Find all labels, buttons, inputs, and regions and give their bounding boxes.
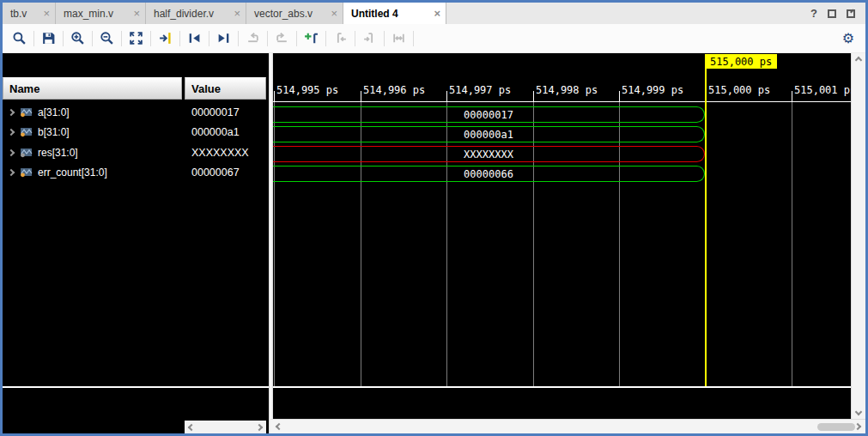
next-transition-icon[interactable]	[212, 27, 235, 50]
wave-bus-res: XXXXXXXX	[273, 146, 705, 162]
save-icon[interactable]	[37, 27, 60, 50]
close-icon[interactable]: ×	[230, 7, 240, 20]
tab-untitled-4[interactable]: Untitled 4 ×	[343, 3, 446, 24]
toolbar-separator	[384, 31, 385, 46]
previous-marker-icon[interactable]	[329, 27, 352, 50]
close-icon[interactable]: ×	[39, 7, 50, 20]
gridline	[533, 102, 534, 386]
value-column-header: Value	[185, 77, 266, 100]
axis-tick-label: 514,998 ps	[536, 84, 598, 96]
tab-label: half_divider.v	[154, 8, 214, 20]
name-column-header: Name	[3, 77, 182, 100]
wave-bus-err-count: 00000066	[273, 166, 705, 182]
time-axis-line	[273, 101, 851, 102]
tab-tb-v[interactable]: tb.v ×	[3, 3, 56, 24]
axis-tick	[533, 91, 534, 101]
axis-tick-label: 515,000 ps	[708, 84, 770, 96]
scroll-right-icon[interactable]	[854, 423, 861, 430]
zoom-in-icon[interactable]	[66, 27, 89, 50]
scrollbar-thumb[interactable]	[817, 423, 855, 431]
wave-bus-a: 00000017	[273, 106, 705, 123]
float-window-icon[interactable]	[847, 9, 855, 18]
axis-tick	[619, 91, 620, 101]
waveform-viewer-window: tb.v × max_min.v × half_divider.v × vect…	[0, 0, 868, 436]
gridline	[274, 102, 275, 386]
time-cursor[interactable]	[705, 68, 707, 386]
signal-row-res[interactable]: res[31:0]	[3, 143, 182, 162]
scroll-left-icon[interactable]	[276, 423, 282, 430]
signal-row-b[interactable]: b[31:0]	[3, 123, 182, 142]
wave-bus-b: 000000a1	[273, 126, 705, 142]
search-icon[interactable]	[8, 27, 31, 50]
add-marker-icon[interactable]	[300, 27, 323, 50]
previous-transition-icon[interactable]	[183, 27, 206, 50]
expand-chevron-icon[interactable]	[8, 149, 15, 156]
expand-chevron-icon[interactable]	[8, 169, 15, 176]
next-marker-icon[interactable]	[358, 27, 381, 50]
expand-chevron-icon[interactable]	[8, 129, 15, 136]
scroll-up-icon[interactable]	[855, 57, 862, 64]
bus-signal-icon	[20, 167, 33, 178]
signal-value: 00000017	[185, 103, 266, 122]
bus-signal-icon	[20, 127, 33, 137]
toolbar-separator	[33, 31, 34, 46]
toolbar-separator	[150, 31, 151, 46]
tab-label: vector_abs.v	[254, 8, 313, 20]
scroll-left-icon[interactable]	[188, 423, 195, 430]
zoom-out-icon[interactable]	[95, 27, 118, 50]
axis-tick	[361, 91, 361, 101]
toolbar-separator	[296, 31, 297, 46]
close-icon[interactable]: ×	[430, 7, 440, 20]
maximize-icon[interactable]	[828, 9, 836, 18]
bus-value-label: 00000066	[464, 168, 513, 180]
zoom-fit-icon[interactable]	[124, 27, 148, 50]
tab-label: Untitled 4	[351, 8, 398, 20]
toolbar-separator	[121, 31, 122, 46]
axis-tick-label: 514,996 ps	[363, 84, 425, 96]
gridline	[619, 102, 620, 386]
tab-label: max_min.v	[64, 8, 113, 20]
scroll-right-icon[interactable]	[256, 423, 263, 430]
bus-signal-icon	[20, 148, 33, 158]
tab-half-divider-v[interactable]: half_divider.v ×	[146, 3, 246, 24]
close-icon[interactable]: ×	[327, 7, 337, 20]
tab-vector-abs-v[interactable]: vector_abs.v ×	[246, 3, 343, 24]
scroll-down-icon[interactable]	[855, 409, 862, 415]
signal-name: res[31:0]	[38, 147, 78, 159]
axis-tick	[792, 91, 792, 101]
signal-name: a[31:0]	[38, 106, 70, 118]
signal-value: 000000a1	[185, 123, 266, 142]
value-column-scrollbar[interactable]	[185, 421, 266, 433]
vertical-scrollbar[interactable]	[851, 53, 865, 419]
close-icon[interactable]: ×	[130, 7, 140, 20]
axis-tick-label: 514,999 ps	[622, 84, 683, 96]
axis-tick	[274, 91, 275, 101]
toolbar-separator	[209, 31, 209, 46]
go-to-time-icon[interactable]	[154, 27, 177, 50]
move-forward-icon[interactable]	[270, 27, 294, 50]
expand-chevron-icon[interactable]	[8, 109, 15, 116]
help-icon[interactable]: ?	[810, 7, 817, 20]
wave-bottom-line	[273, 386, 851, 388]
tab-bar-spacer	[446, 3, 810, 24]
bus-value-label: 00000017	[464, 109, 513, 121]
axis-tick-label: 514,995 ps	[276, 84, 338, 96]
bus-value-label: XXXXXXXX	[464, 148, 513, 160]
wave-canvas[interactable]: 515,000 ps 514,995 ps 514,996 ps 514,997…	[273, 53, 851, 433]
signal-value: XXXXXXXX	[185, 143, 266, 162]
tab-label: tb.v	[10, 8, 27, 20]
move-backward-icon[interactable]	[241, 27, 264, 50]
signal-panel: Name Value a[31:0] b[31:0] res[31:0] err	[3, 53, 269, 433]
signal-row-a[interactable]: a[31:0]	[3, 103, 182, 122]
signal-value: 00000067	[185, 163, 266, 182]
horizontal-scrollbar[interactable]	[270, 419, 865, 433]
signal-name: err_count[31:0]	[38, 167, 107, 179]
gear-icon[interactable]: ⚙	[842, 32, 854, 45]
window-controls: ?	[810, 3, 865, 24]
toolbar-separator	[325, 31, 326, 46]
tab-max-min-v[interactable]: max_min.v ×	[56, 3, 146, 24]
signal-name: b[31:0]	[38, 126, 70, 138]
signal-row-err-count[interactable]: err_count[31:0]	[3, 163, 182, 182]
toolbar-separator	[238, 31, 239, 46]
swap-markers-icon[interactable]	[387, 27, 410, 50]
